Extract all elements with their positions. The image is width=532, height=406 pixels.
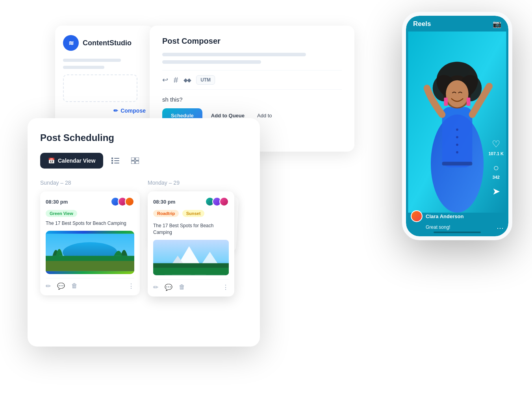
comment-icon-1[interactable]: 💬 (57, 282, 65, 290)
nav-placeholder-1 (63, 59, 121, 62)
svg-point-35 (456, 128, 458, 131)
edit-icon-1[interactable]: ✏ (46, 282, 51, 290)
comment-count: 342 (493, 175, 500, 180)
day-columns: Sunday – 28 08:30 pm Green View (40, 180, 247, 310)
edit-icon-front[interactable]: ✏ (153, 284, 158, 291)
svg-rect-8 (131, 161, 135, 164)
svg-rect-3 (114, 160, 119, 161)
like-group: ♡ 107.1 K (488, 139, 504, 156)
svg-rect-0 (111, 158, 113, 159)
svg-rect-9 (135, 161, 139, 164)
comment-bubble-icon[interactable]: ○ (493, 162, 499, 173)
monday-label: Monday – 29 (148, 180, 247, 186)
camera-icon[interactable]: 📷 (493, 20, 501, 28)
scheduling-card: Post Scheduling 📅 Calendar View (28, 118, 260, 347)
compose-label: Compose (120, 108, 146, 114)
post-card-front: 08:30 pm Roadtrip Sunset The 17 Best Spo (148, 191, 234, 297)
phone-bottom-info: Clara Anderson Great song! (411, 210, 489, 230)
list-view-button[interactable] (108, 153, 123, 168)
beach-post-card: 08:30 pm Green View The 17 Best Spots fo… (40, 191, 140, 295)
post-actions-front: ✏ 💬 🗑 ⋮ (153, 279, 229, 291)
svg-rect-5 (114, 163, 119, 163)
post-composer-title: Post Composer (162, 37, 342, 46)
pencil-icon: ✏ (113, 108, 118, 114)
composer-bar-1 (162, 53, 306, 56)
avatar-3 (125, 197, 134, 206)
phone-right-actions: ♡ 107.1 K ○ 342 ➤ (488, 139, 504, 197)
tag-green-view: Green View (46, 210, 77, 217)
post-time-row-1: 08:30 pm (46, 197, 134, 206)
comment-group: ○ 342 (493, 162, 500, 180)
front-avatar-group (205, 197, 229, 206)
front-post-time: 08:30 pm (153, 199, 175, 205)
svg-rect-34 (467, 98, 471, 106)
undo-icon[interactable]: ↩ (162, 76, 168, 84)
calendar-view-button[interactable]: 📅 Calendar View (40, 153, 103, 169)
tag-roadtrip: Roadtrip (153, 210, 179, 217)
phone-status-bar: Reels 📷 (406, 16, 508, 32)
logo-circle: ≋ (63, 35, 79, 51)
sunday-label: Sunday – 28 (40, 180, 140, 186)
compose-button[interactable]: ✏ Compose (113, 108, 146, 114)
beach-svg (46, 231, 134, 274)
utm-badge[interactable]: UTM (196, 75, 215, 85)
like-count: 107.1 K (488, 151, 504, 156)
view-buttons-row: 📅 Calendar View (40, 153, 247, 169)
phone-more-icon[interactable]: ⋯ (497, 224, 504, 232)
sunday-column: Sunday – 28 08:30 pm Green View (40, 180, 140, 310)
front-post-text: The 17 Best Spots for Beach Camping (153, 222, 229, 236)
tags-row-front: Roadtrip Sunset (153, 209, 229, 220)
reels-label: Reels (413, 20, 431, 28)
nav-placeholder-2 (63, 66, 104, 69)
svg-rect-7 (135, 158, 139, 160)
composer-bar-2 (162, 60, 261, 64)
logo-symbol: ≋ (69, 39, 74, 47)
phone-mockup: Reels 📷 (402, 12, 512, 240)
svg-point-36 (456, 136, 458, 138)
svg-rect-1 (114, 158, 119, 159)
avatar-group-1 (111, 197, 134, 206)
beach-image (46, 231, 134, 274)
svg-rect-2 (111, 160, 113, 161)
post-text-1: The 17 Best Spots for Beach Camping (46, 220, 134, 227)
toolbar-row: ↩ # ◆◆ UTM (162, 70, 342, 90)
svg-rect-4 (111, 162, 113, 164)
username: Clara Anderson (426, 213, 463, 219)
share-icon[interactable]: ➤ (492, 186, 500, 197)
share-group: ➤ (492, 186, 500, 197)
heart-icon[interactable]: ♡ (492, 139, 500, 150)
hashtag-icon[interactable]: # (174, 76, 178, 85)
svg-point-38 (456, 151, 458, 154)
home-indicator (434, 232, 481, 233)
user-avatar (411, 210, 423, 222)
svg-rect-24 (153, 268, 229, 274)
svg-rect-33 (444, 98, 448, 106)
user-row: Clara Anderson (411, 210, 489, 222)
more-icon-front[interactable]: ⋮ (222, 284, 229, 291)
post-actions-1: ✏ 💬 🗑 ⋮ (46, 278, 134, 290)
diamond-icon[interactable]: ◆◆ (184, 77, 191, 83)
post-time-1: 08:30 pm (46, 199, 68, 205)
user-comment: Great song! (426, 224, 489, 230)
mountain-svg-front (153, 240, 229, 275)
delete-icon-1[interactable]: 🗑 (71, 282, 78, 289)
list-icon (111, 158, 119, 164)
svg-point-32 (446, 80, 469, 108)
svg-rect-6 (131, 158, 135, 160)
svg-rect-13 (46, 261, 134, 271)
comment-icon-front[interactable]: 💬 (165, 284, 172, 291)
dashed-area (63, 74, 137, 102)
brand-name: ContentStudio (83, 39, 132, 47)
calendar-view-label: Calendar View (58, 158, 95, 164)
grid-icon (131, 158, 139, 164)
stacked-cards-container: 08:30 pm (148, 191, 247, 310)
calendar-icon: 📅 (48, 158, 55, 164)
phone-screen: Reels 📷 (406, 16, 508, 236)
front-avatar-3 (219, 197, 229, 206)
grid-view-button[interactable] (128, 153, 143, 168)
delete-icon-front[interactable]: 🗑 (179, 284, 185, 291)
svg-point-37 (456, 144, 458, 146)
scheduling-title: Post Scheduling (40, 132, 247, 143)
front-time-row: 08:30 pm (153, 197, 229, 206)
more-icon-1[interactable]: ⋮ (128, 282, 134, 290)
